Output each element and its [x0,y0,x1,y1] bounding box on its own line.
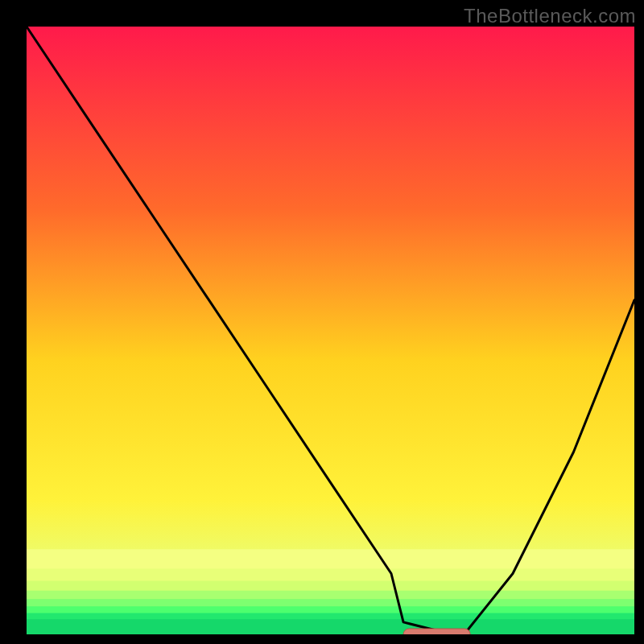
chart-border [634,0,644,644]
gradient-band [27,591,634,600]
gradient-band [27,599,634,607]
gradient-band [27,581,634,592]
gradient-band [27,606,634,613]
bottleneck-chart [0,0,644,644]
gradient-band [27,619,634,634]
chart-border [0,634,644,644]
gradient-background [27,27,634,634]
gradient-band [27,549,634,569]
gradient-band [27,568,634,581]
chart-border [0,0,27,644]
watermark-text: TheBottleneck.com [464,5,636,27]
gradient-band [27,613,634,620]
chart-frame: TheBottleneck.com [0,0,644,644]
